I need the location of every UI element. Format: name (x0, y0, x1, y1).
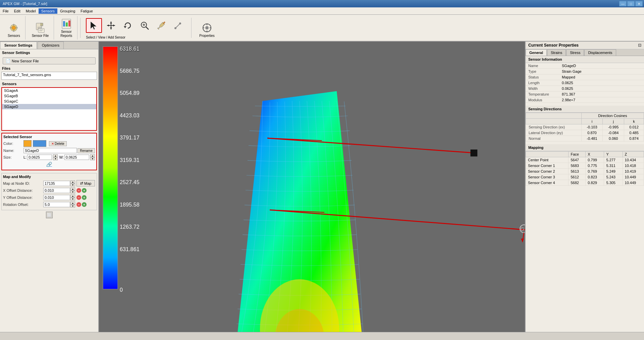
sensor-item-sgagea[interactable]: SGageA (2, 88, 96, 93)
menu-fatigue[interactable]: Fatigue (78, 8, 96, 14)
x-offset-row: X Offset Distance: ▲ ▼ − + (3, 187, 95, 193)
probe-button[interactable] (170, 18, 186, 33)
size-w-up[interactable]: ▲ (90, 154, 95, 157)
panel-maximize-button[interactable]: ⊡ (638, 43, 641, 48)
menu-edit[interactable]: Edit (11, 8, 23, 14)
properties-button[interactable]: Properties (197, 21, 217, 40)
mapping-x-corner3: 0.823 (586, 174, 604, 180)
info-row-length: Length 0.0625 (526, 80, 644, 86)
link-icon[interactable]: 🔗 (46, 162, 52, 167)
properties-label: Properties (199, 34, 215, 38)
panel-expand-button[interactable]: ⬜ (46, 212, 53, 218)
delete-button[interactable]: ✕ Delete (49, 141, 67, 146)
node-id-label: Map at Node ID: (3, 181, 43, 185)
x-offset-up[interactable]: ▲ (70, 187, 75, 190)
x-offset-minus[interactable]: − (76, 188, 81, 193)
tab-general[interactable]: General (526, 49, 547, 56)
direction-th-j: j (603, 119, 624, 124)
close-button[interactable]: ✕ (635, 1, 643, 6)
minimize-button[interactable]: — (619, 1, 627, 6)
reports-button[interactable]: SensorReports (58, 17, 74, 40)
menu-sensors[interactable]: Sensors (39, 8, 57, 14)
sensor-file-button[interactable]: Sensor File (30, 21, 51, 40)
paint-button[interactable] (154, 18, 169, 33)
mesh-canvas: G (99, 42, 525, 332)
maximize-button[interactable]: □ (627, 1, 635, 6)
mapping-x-center: 0.799 (586, 157, 604, 163)
tab-displacements[interactable]: Displacements (584, 49, 616, 56)
direction-header-row2: i j k (526, 119, 644, 124)
direction-val-ex-i: -0.103 (581, 124, 603, 130)
color-swatch-orange[interactable] (23, 140, 32, 147)
menu-grouping[interactable]: Grouping (57, 8, 78, 14)
svg-text:4423.03: 4423.03 (120, 112, 140, 118)
x-offset-down[interactable]: ▼ (70, 190, 75, 193)
new-sensor-file-button[interactable]: 📄 New Sensor File (3, 57, 96, 64)
rotation-up[interactable]: ▲ (70, 202, 75, 205)
viewport[interactable]: G (99, 42, 525, 332)
rotation-plus[interactable]: + (82, 202, 87, 207)
svg-rect-15 (66, 22, 68, 26)
rotation-input[interactable] (43, 202, 70, 207)
rotation-minus[interactable]: − (76, 202, 81, 207)
rotate-button[interactable] (120, 18, 136, 33)
sensor-file-group: Sensor File (27, 16, 54, 40)
name-input[interactable] (23, 148, 77, 153)
mapping-th-y: Y (604, 152, 623, 157)
properties-group: Properties (194, 16, 220, 40)
map-button[interactable]: ⇄ Map (76, 180, 95, 186)
move-button[interactable] (103, 18, 119, 33)
map-section: Map and Modify Map at Node ID: ▲ ▼ ⇄ Map… (1, 173, 97, 210)
size-l-input[interactable] (27, 155, 52, 160)
selected-sensor-section: Selected Sensor Color: ✕ Delete Name: Re… (1, 133, 97, 170)
x-offset-input[interactable] (43, 188, 70, 193)
menu-model[interactable]: Model (23, 8, 39, 14)
rotation-down[interactable]: ▼ (70, 205, 75, 208)
svg-point-32 (179, 22, 181, 24)
y-offset-down[interactable]: ▼ (70, 197, 75, 201)
separator-2 (191, 18, 192, 38)
tab-strains[interactable]: Strains (547, 49, 566, 56)
node-id-up[interactable]: ▲ (70, 180, 75, 183)
size-w-input[interactable] (64, 155, 89, 160)
map-arrows-icon: ⇄ (80, 181, 83, 185)
node-id-down[interactable]: ▼ (70, 183, 75, 186)
tab-optimizers[interactable]: Optimizers (38, 42, 64, 49)
svg-text:0: 0 (120, 287, 123, 293)
y-offset-minus[interactable]: − (76, 195, 81, 200)
sensor-item-sgaged[interactable]: SGageD (2, 104, 96, 109)
tab-stress[interactable]: Stress (566, 49, 584, 56)
sensor-info-table: Name SGageD Type Strain Gage Status Mapp… (526, 63, 644, 103)
size-w-down[interactable]: ▼ (90, 157, 95, 160)
y-offset-plus[interactable]: + (82, 195, 87, 200)
sensor-item-sgageb[interactable]: SGageB (2, 93, 96, 99)
svg-marker-22 (107, 24, 109, 26)
info-label-name: Name (526, 63, 559, 69)
mapping-label-corner3: Sensor Corner 3 (526, 174, 569, 180)
color-swatch-blue[interactable] (33, 140, 46, 147)
y-offset-input[interactable] (43, 195, 70, 200)
zoom-button[interactable] (137, 18, 152, 33)
node-id-input[interactable] (43, 181, 70, 186)
rename-button[interactable]: Rename (77, 148, 95, 153)
mapping-label-center: Center Point (526, 157, 569, 163)
size-l-down[interactable]: ▼ (53, 157, 58, 160)
rotation-label: Rotation Offset: (3, 203, 43, 207)
files-list: Tutorial_7_Test_sensors.gms (1, 72, 97, 80)
size-label: Size: (3, 155, 23, 159)
tab-sensor-settings[interactable]: Sensor Settings (0, 42, 37, 49)
mapping-header-row: Face X Y Z (526, 152, 644, 157)
x-offset-plus[interactable]: + (82, 188, 87, 193)
mapping-x-corner2: 0.769 (586, 169, 604, 174)
size-l-up[interactable]: ▲ (53, 154, 58, 157)
y-offset-up[interactable]: ▲ (70, 194, 75, 197)
select-button[interactable] (86, 18, 102, 33)
sensors-button[interactable]: Sensors (5, 21, 22, 40)
file-item[interactable]: Tutorial_7_Test_sensors.gms (3, 73, 95, 77)
new-sensor-icon: 📄 (6, 59, 10, 63)
svg-line-26 (146, 27, 149, 30)
sensor-item-sgagec[interactable]: SGageC (2, 99, 96, 104)
info-label-temperature: Temperature (526, 92, 559, 97)
info-label-width: Width (526, 86, 559, 92)
menu-file[interactable]: File (0, 8, 11, 14)
